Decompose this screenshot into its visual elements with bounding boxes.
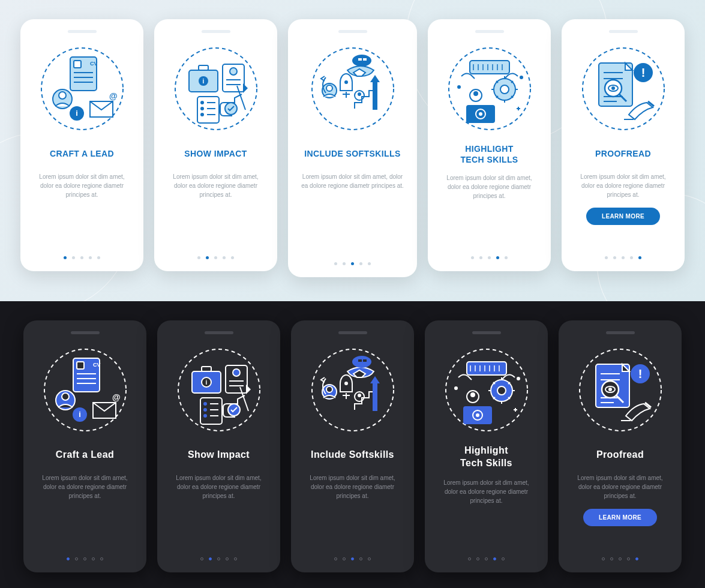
phone-notch xyxy=(606,331,635,334)
card-description: Lorem ipsum dolor sit dim amet, dolor ea… xyxy=(570,172,676,199)
svg-point-101 xyxy=(203,408,207,412)
svg-point-127 xyxy=(497,386,506,395)
svg-point-102 xyxy=(203,414,207,418)
card-title: Proofread xyxy=(596,445,644,465)
card-title: Include Softskills xyxy=(311,445,394,465)
illustration-briefcase-checklist: i xyxy=(174,345,264,435)
phone-notch xyxy=(202,30,230,33)
onboarding-card-show-impact-dark[interactable]: i Show Impact Lorem ipsum dolor sit dim … xyxy=(157,320,280,572)
svg-rect-14 xyxy=(199,65,208,70)
card-description: Lorem ipsum dolor sit dim amet, dolor ea… xyxy=(296,172,409,190)
svg-point-34 xyxy=(326,85,332,91)
svg-rect-40 xyxy=(470,61,509,74)
onboarding-card-show-impact[interactable]: i SHOW IMPACT Lorem ipsum dolor sit dim … xyxy=(154,19,277,271)
illustration-handshake-growth xyxy=(308,345,398,435)
svg-point-113 xyxy=(344,382,348,385)
onboarding-card-softskills-dark[interactable]: Include Softskills Lorem ipsum dolor sit… xyxy=(291,320,414,572)
illustration-briefcase-checklist: i xyxy=(171,44,261,134)
svg-point-8 xyxy=(59,92,66,99)
pager-dots[interactable] xyxy=(471,248,508,259)
card-description: Lorem ipsum dolor sit dim amet, dolor ea… xyxy=(299,473,406,500)
pager-dots[interactable] xyxy=(605,248,641,259)
onboarding-card-softskills[interactable]: INCLUDE SOFTSKILLS Lorem ipsum dolor sit… xyxy=(288,19,417,277)
svg-point-24 xyxy=(200,113,204,116)
onboarding-card-proofread[interactable]: ! PROOFREAD Lorem ipsum dolor sit dim am… xyxy=(562,19,685,271)
svg-point-73 xyxy=(611,86,615,90)
dark-theme-row: CVi@ Craft a Lead Lorem ipsum dolor sit … xyxy=(0,301,705,588)
illustration-cv-contact: CVi@ xyxy=(40,345,130,435)
svg-rect-99 xyxy=(200,398,222,424)
phone-notch xyxy=(205,331,233,334)
svg-text:i: i xyxy=(205,379,207,386)
card-title: PROOFREAD xyxy=(595,143,651,164)
illustration-handshake-growth xyxy=(308,44,398,134)
phone-notch xyxy=(68,30,97,33)
phone-notch xyxy=(71,331,100,334)
phone-notch xyxy=(338,30,367,33)
card-description: Lorem ipsum dolor sit dim amet, dolor ea… xyxy=(436,173,542,200)
svg-rect-38 xyxy=(373,80,377,110)
onboarding-card-craft-lead[interactable]: CVi@ CRAFT A LEAD Lorem ipsum dolor sit … xyxy=(20,19,143,271)
svg-point-151 xyxy=(608,388,612,391)
pager-dots[interactable] xyxy=(334,254,371,265)
svg-point-59 xyxy=(473,91,478,96)
svg-text:!: ! xyxy=(641,66,645,79)
svg-text:i: i xyxy=(202,78,204,85)
card-title: Highlight Tech Skills xyxy=(460,445,512,470)
svg-text:!: ! xyxy=(638,367,642,380)
phone-notch xyxy=(472,331,501,334)
onboarding-card-proofread-dark[interactable]: ! Proofread Lorem ipsum dolor sit dim am… xyxy=(559,320,682,572)
card-description: Lorem ipsum dolor sit dim amet, dolor ea… xyxy=(29,172,135,199)
onboarding-card-tech-skills[interactable]: HIGHLIGHT TECH SKILLS Lorem ipsum dolor … xyxy=(428,19,551,271)
svg-point-86 xyxy=(62,393,69,400)
svg-point-49 xyxy=(500,85,509,94)
phone-notch xyxy=(338,331,367,334)
phone-notch xyxy=(609,30,638,33)
pager-dots[interactable] xyxy=(334,549,371,560)
card-description: Lorem ipsum dolor sit dim amet, dolor ea… xyxy=(433,478,539,505)
onboarding-card-craft-lead-dark[interactable]: CVi@ Craft a Lead Lorem ipsum dolor sit … xyxy=(23,320,146,572)
svg-point-137 xyxy=(470,392,475,397)
card-description: Lorem ipsum dolor sit dim amet, dolor ea… xyxy=(166,473,272,500)
svg-point-140 xyxy=(476,413,479,417)
svg-rect-109 xyxy=(358,359,362,362)
onboarding-card-tech-skills-dark[interactable]: Highlight Tech Skills Lorem ipsum dolor … xyxy=(425,320,548,572)
pager-dots[interactable] xyxy=(67,549,103,560)
svg-point-37 xyxy=(358,92,361,96)
svg-point-112 xyxy=(326,386,332,392)
svg-rect-110 xyxy=(363,359,367,362)
learn-more-button[interactable]: LEARN MORE xyxy=(583,509,657,526)
svg-text:CV: CV xyxy=(90,61,98,67)
pager-dots[interactable] xyxy=(200,549,237,560)
svg-rect-2 xyxy=(74,61,81,68)
svg-point-115 xyxy=(358,394,361,397)
svg-point-35 xyxy=(344,80,348,84)
pager-dots[interactable] xyxy=(602,549,638,560)
card-title: SHOW IMPACT xyxy=(184,143,247,164)
svg-rect-118 xyxy=(467,362,506,375)
svg-text:i: i xyxy=(79,410,81,419)
svg-rect-31 xyxy=(358,58,362,61)
card-description: Lorem ipsum dolor sit dim amet, dolor ea… xyxy=(567,473,673,500)
svg-point-141 xyxy=(517,377,520,380)
card-description: Lorem ipsum dolor sit dim amet, dolor ea… xyxy=(32,473,138,500)
pager-dots[interactable] xyxy=(468,549,505,560)
svg-text:i: i xyxy=(76,109,78,118)
pager-dots[interactable] xyxy=(197,248,234,259)
svg-point-23 xyxy=(200,107,204,110)
illustration-magnify-edit: ! xyxy=(575,345,665,435)
svg-point-63 xyxy=(520,76,523,79)
svg-point-62 xyxy=(479,112,482,116)
card-title: Craft a Lead xyxy=(56,445,114,465)
pager-dots[interactable] xyxy=(64,248,100,259)
svg-text:@: @ xyxy=(112,392,121,402)
svg-point-22 xyxy=(200,101,204,104)
svg-rect-32 xyxy=(363,58,367,61)
card-title: Show Impact xyxy=(188,445,250,465)
light-theme-row: CVi@ CRAFT A LEAD Lorem ipsum dolor sit … xyxy=(0,0,705,301)
svg-point-142 xyxy=(454,386,458,390)
illustration-keyboard-gear xyxy=(442,345,532,435)
learn-more-button[interactable]: LEARN MORE xyxy=(586,208,660,225)
svg-point-100 xyxy=(203,402,207,406)
svg-text:@: @ xyxy=(109,91,118,101)
